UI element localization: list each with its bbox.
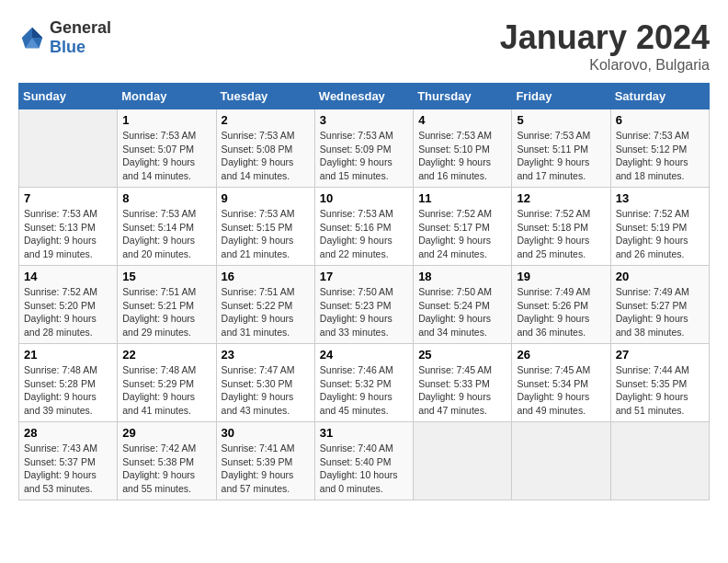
calendar-cell: 7Sunrise: 7:53 AMSunset: 5:13 PMDaylight…	[19, 188, 118, 266]
day-number: 29	[122, 426, 210, 440]
calendar-cell: 3Sunrise: 7:53 AMSunset: 5:09 PMDaylight…	[314, 109, 413, 188]
calendar-cell: 24Sunrise: 7:46 AMSunset: 5:32 PMDayligh…	[314, 344, 413, 422]
calendar-week-row: 14Sunrise: 7:52 AMSunset: 5:20 PMDayligh…	[19, 266, 710, 344]
weekday-header: Friday	[512, 84, 610, 109]
day-info: Sunrise: 7:52 AMSunset: 5:18 PMDaylight:…	[517, 207, 605, 261]
day-info: Sunrise: 7:41 AMSunset: 5:39 PMDaylight:…	[222, 442, 310, 496]
day-info: Sunrise: 7:51 AMSunset: 5:21 PMDaylight:…	[122, 285, 210, 339]
title-area: January 2024 Kolarovo, Bulgaria	[500, 18, 710, 74]
calendar-cell: 9Sunrise: 7:53 AMSunset: 5:15 PMDaylight…	[216, 188, 314, 266]
calendar-cell: 17Sunrise: 7:50 AMSunset: 5:23 PMDayligh…	[314, 266, 413, 344]
calendar-cell: 20Sunrise: 7:49 AMSunset: 5:27 PMDayligh…	[610, 266, 709, 344]
calendar-cell: 27Sunrise: 7:44 AMSunset: 5:35 PMDayligh…	[610, 344, 709, 422]
month-title: January 2024	[500, 18, 710, 57]
day-number: 17	[320, 270, 408, 283]
day-number: 27	[616, 348, 704, 362]
page-header: General Blue January 2024 Kolarovo, Bulg…	[18, 18, 710, 74]
logo-general: General	[50, 18, 111, 37]
day-info: Sunrise: 7:53 AMSunset: 5:10 PMDaylight:…	[418, 129, 506, 183]
calendar-cell: 29Sunrise: 7:42 AMSunset: 5:38 PMDayligh…	[118, 422, 216, 500]
calendar-body: 1Sunrise: 7:53 AMSunset: 5:07 PMDaylight…	[19, 109, 710, 500]
weekday-header: Thursday	[414, 84, 512, 109]
day-number: 20	[616, 270, 704, 283]
weekday-header: Sunday	[19, 84, 118, 109]
day-info: Sunrise: 7:53 AMSunset: 5:15 PMDaylight:…	[222, 207, 310, 261]
calendar-cell: 2Sunrise: 7:53 AMSunset: 5:08 PMDaylight…	[216, 109, 314, 188]
day-info: Sunrise: 7:40 AMSunset: 5:40 PMDaylight:…	[320, 442, 408, 496]
calendar-cell	[610, 422, 709, 500]
location-title: Kolarovo, Bulgaria	[500, 57, 710, 74]
weekday-header: Wednesday	[314, 84, 413, 109]
day-number: 8	[122, 191, 210, 205]
calendar-cell: 12Sunrise: 7:52 AMSunset: 5:18 PMDayligh…	[512, 188, 610, 266]
day-number: 6	[616, 113, 704, 127]
day-number: 5	[517, 113, 605, 127]
calendar-cell: 13Sunrise: 7:52 AMSunset: 5:19 PMDayligh…	[610, 188, 709, 266]
day-number: 24	[320, 348, 408, 362]
day-info: Sunrise: 7:52 AMSunset: 5:20 PMDaylight:…	[24, 285, 112, 339]
calendar-cell	[19, 109, 118, 188]
day-number: 4	[418, 113, 506, 127]
day-number: 31	[320, 426, 408, 440]
day-number: 1	[122, 113, 210, 127]
day-number: 28	[24, 426, 112, 440]
day-number: 21	[24, 348, 112, 362]
day-number: 7	[24, 191, 112, 205]
day-info: Sunrise: 7:45 AMSunset: 5:33 PMDaylight:…	[418, 363, 506, 418]
calendar-cell: 19Sunrise: 7:49 AMSunset: 5:26 PMDayligh…	[512, 266, 610, 344]
day-info: Sunrise: 7:53 AMSunset: 5:11 PMDaylight:…	[517, 129, 605, 183]
day-info: Sunrise: 7:42 AMSunset: 5:38 PMDaylight:…	[122, 442, 210, 496]
day-info: Sunrise: 7:51 AMSunset: 5:22 PMDaylight:…	[222, 285, 310, 339]
day-number: 15	[122, 270, 210, 283]
calendar-cell: 11Sunrise: 7:52 AMSunset: 5:17 PMDayligh…	[414, 188, 512, 266]
day-info: Sunrise: 7:48 AMSunset: 5:28 PMDaylight:…	[24, 363, 112, 418]
day-info: Sunrise: 7:53 AMSunset: 5:08 PMDaylight:…	[222, 129, 310, 183]
calendar-cell: 14Sunrise: 7:52 AMSunset: 5:20 PMDayligh…	[19, 266, 118, 344]
day-info: Sunrise: 7:53 AMSunset: 5:16 PMDaylight:…	[320, 207, 408, 261]
weekday-header: Monday	[118, 84, 216, 109]
day-number: 25	[418, 348, 506, 362]
calendar-cell: 16Sunrise: 7:51 AMSunset: 5:22 PMDayligh…	[216, 266, 314, 344]
calendar-cell: 25Sunrise: 7:45 AMSunset: 5:33 PMDayligh…	[414, 344, 512, 422]
day-info: Sunrise: 7:44 AMSunset: 5:35 PMDaylight:…	[616, 363, 704, 418]
calendar-cell: 4Sunrise: 7:53 AMSunset: 5:10 PMDaylight…	[414, 109, 512, 188]
day-info: Sunrise: 7:52 AMSunset: 5:17 PMDaylight:…	[418, 207, 506, 261]
day-number: 26	[517, 348, 605, 362]
day-info: Sunrise: 7:43 AMSunset: 5:37 PMDaylight:…	[24, 442, 112, 496]
calendar-cell	[414, 422, 512, 500]
logo-text: General Blue	[50, 18, 111, 57]
weekday-row: SundayMondayTuesdayWednesdayThursdayFrid…	[19, 84, 710, 109]
calendar-week-row: 28Sunrise: 7:43 AMSunset: 5:37 PMDayligh…	[19, 422, 710, 500]
day-info: Sunrise: 7:48 AMSunset: 5:29 PMDaylight:…	[122, 363, 210, 418]
calendar-table: SundayMondayTuesdayWednesdayThursdayFrid…	[18, 83, 710, 500]
calendar-cell: 8Sunrise: 7:53 AMSunset: 5:14 PMDaylight…	[118, 188, 216, 266]
day-number: 12	[517, 191, 605, 205]
calendar-cell	[512, 422, 610, 500]
calendar-cell: 23Sunrise: 7:47 AMSunset: 5:30 PMDayligh…	[216, 344, 314, 422]
day-info: Sunrise: 7:53 AMSunset: 5:14 PMDaylight:…	[122, 207, 210, 261]
day-number: 3	[320, 113, 408, 127]
calendar-cell: 26Sunrise: 7:45 AMSunset: 5:34 PMDayligh…	[512, 344, 610, 422]
day-number: 11	[418, 191, 506, 205]
day-info: Sunrise: 7:52 AMSunset: 5:19 PMDaylight:…	[616, 207, 704, 261]
calendar-cell: 28Sunrise: 7:43 AMSunset: 5:37 PMDayligh…	[19, 422, 118, 500]
day-info: Sunrise: 7:47 AMSunset: 5:30 PMDaylight:…	[222, 363, 310, 418]
day-info: Sunrise: 7:53 AMSunset: 5:09 PMDaylight:…	[320, 129, 408, 183]
calendar-header: SundayMondayTuesdayWednesdayThursdayFrid…	[19, 84, 710, 109]
calendar-cell: 1Sunrise: 7:53 AMSunset: 5:07 PMDaylight…	[118, 109, 216, 188]
logo-icon	[18, 24, 46, 52]
day-number: 22	[122, 348, 210, 362]
day-info: Sunrise: 7:53 AMSunset: 5:07 PMDaylight:…	[122, 129, 210, 183]
calendar-week-row: 1Sunrise: 7:53 AMSunset: 5:07 PMDaylight…	[19, 109, 710, 188]
calendar-cell: 22Sunrise: 7:48 AMSunset: 5:29 PMDayligh…	[118, 344, 216, 422]
day-info: Sunrise: 7:49 AMSunset: 5:26 PMDaylight:…	[517, 285, 605, 339]
weekday-header: Saturday	[610, 84, 709, 109]
calendar-week-row: 21Sunrise: 7:48 AMSunset: 5:28 PMDayligh…	[19, 344, 710, 422]
calendar-cell: 30Sunrise: 7:41 AMSunset: 5:39 PMDayligh…	[216, 422, 314, 500]
svg-marker-1	[32, 28, 42, 38]
day-number: 16	[222, 270, 310, 283]
calendar-cell: 5Sunrise: 7:53 AMSunset: 5:11 PMDaylight…	[512, 109, 610, 188]
day-info: Sunrise: 7:45 AMSunset: 5:34 PMDaylight:…	[517, 363, 605, 418]
day-number: 13	[616, 191, 704, 205]
calendar-cell: 21Sunrise: 7:48 AMSunset: 5:28 PMDayligh…	[19, 344, 118, 422]
